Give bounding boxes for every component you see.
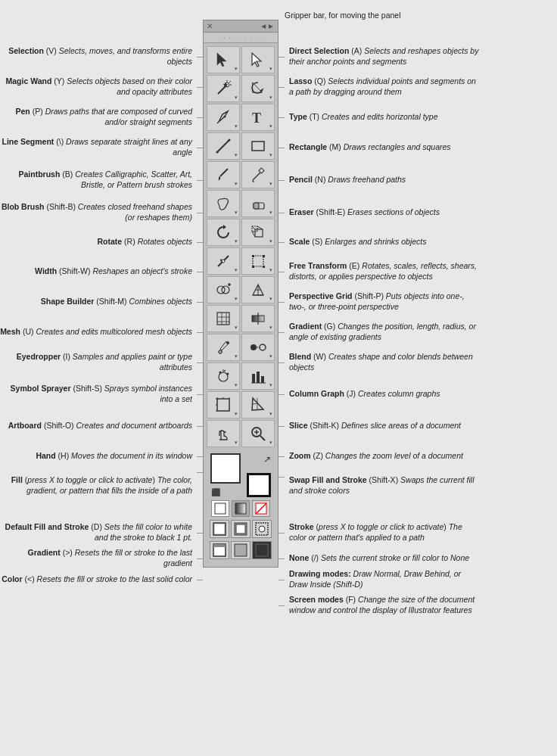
screen-modes-row [210,540,272,561]
swap-fill-stroke-icon[interactable]: ↗ [263,454,271,465]
fill-indicator[interactable] [210,453,241,484]
artboard-tool[interactable]: ▾ [207,391,240,418]
label-free-transform: Free Transform (E) Rotates, scales, refl… [278,257,481,286]
width-tool[interactable]: ▾ [207,247,240,275]
tool-arrow: ▾ [269,123,272,129]
solid-color-btn[interactable] [211,500,229,517]
tool-arrow: ▾ [235,123,238,129]
label-screen-modes: Screen modes (F) Change the size of the … [285,595,481,615]
default-fill-stroke-icon[interactable]: ⬛ [211,488,220,496]
tool-arrow: ▾ [269,440,272,446]
tool-grid: ▾ ▾ [204,43,278,450]
label-shape-builder: Shape Builder (Shift-M) Combines objects [0,288,203,316]
slice-tool[interactable]: ▾ [241,391,275,418]
svg-point-51 [226,341,229,344]
lasso-tool[interactable]: ▾ [241,75,275,102]
label-paintbrush: Paintbrush (B) Creates Calligraphic, Sca… [0,163,203,197]
perspective-grid-tool[interactable]: ▾ [241,276,275,303]
zoom-tool[interactable]: ▾ [241,420,275,447]
svg-marker-8 [253,82,263,93]
svg-point-35 [217,286,225,294]
stroke-indicator[interactable] [247,473,271,497]
double-arrow-icon[interactable]: ◄► [260,22,275,30]
magic-wand-tool[interactable]: ▾ [207,75,240,102]
screen-mode-normal-btn[interactable] [210,541,229,559]
drawing-modes-row [210,518,272,540]
left-labels-col: Selection (V) Selects, moves, and transf… [0,20,203,621]
draw-behind-btn[interactable] [231,520,250,538]
label-none: None (/) Sets the current stroke or fill… [285,553,481,564]
svg-rect-78 [215,503,226,514]
draw-inside-btn[interactable] [252,520,272,538]
paintbrush-tool[interactable]: ▾ [207,161,240,188]
hand-tool[interactable]: ▾ [207,420,240,447]
svg-text:T: T [252,110,261,126]
label-drawing-modes: Drawing modes: Draw Normal, Draw Behind,… [285,569,481,590]
label-color-btn: Color (<) Resets the fill or stroke to t… [0,574,197,585]
svg-line-10 [217,122,219,123]
svg-point-13 [216,151,219,154]
gripper-callout: Gripper bar, for moving the panel [278,8,481,20]
label-eraser: Eraser (Shift-E) Erases sections of obje… [278,198,481,227]
gripper-dots: · · · · · · · · · [218,34,263,42]
type-tool[interactable]: T ▾ [241,104,275,131]
direct-selection-tool[interactable]: ▾ [241,46,275,73]
free-transform-tool[interactable]: ▾ [241,247,275,275]
label-selection: Selection (V) Selects, moves, and transf… [0,42,203,71]
svg-rect-23 [255,229,263,237]
draw-normal-btn[interactable] [210,520,229,538]
svg-line-27 [252,232,255,237]
tool-arrow: ▾ [235,411,238,417]
rectangle-tool[interactable]: ▾ [241,132,275,160]
gripper-bar[interactable]: · · · · · · · · · [204,33,278,43]
svg-rect-90 [235,544,247,556]
eyedropper-tool[interactable]: ▾ [207,334,240,361]
shape-builder-tool[interactable]: ▾ [207,276,240,303]
label-line-segment: Line Segment (\) Draws separate straight… [0,133,203,162]
page-wrapper: Gripper bar, for moving the panel Select… [0,0,557,628]
label-eyedropper: Eyedropper (I) Samples and applies paint… [0,348,203,377]
screen-mode-full-btn[interactable] [231,541,250,559]
label-symbol-sprayer: Symbol Sprayer (Shift-S) Sprays symbol i… [0,378,203,410]
blend-tool[interactable]: ▾ [241,334,275,361]
label-swap-fill-stroke: Swap Fill and Stroke (Shift-X) Swaps the… [285,472,481,496]
label-fill: Fill (press X to toggle or click to acti… [0,472,197,496]
tool-arrow: ▾ [235,267,238,273]
svg-line-7 [229,81,231,82]
svg-line-2 [218,86,226,94]
svg-rect-32 [263,255,265,257]
label-rectangle: Rectangle (M) Draws rectangles and squar… [278,133,481,162]
column-graph-tool[interactable]: ▾ [241,362,275,390]
none-color-btn[interactable] [252,500,270,517]
line-segment-tool[interactable]: ▾ [207,132,240,160]
label-type: Type (T) Creates and edits horizontal ty… [278,103,481,132]
label-stroke: Stroke (press X to toggle or click to ac… [285,522,481,543]
eraser-tool[interactable]: ▾ [241,190,275,217]
label-pen: Pen (P) Draws paths that are composed of… [0,103,203,132]
label-blend: Blend (W) Creates shape and color blends… [278,348,481,377]
label-pencil: Pencil (N) Draws freehand paths [278,163,481,197]
rotate-tool[interactable]: ▾ [207,219,240,246]
close-icon[interactable]: ✕ [207,22,213,30]
svg-line-26 [257,226,263,229]
fill-stroke-section: ↗ ⬛ [204,450,278,562]
tool-arrow: ▾ [269,325,272,331]
svg-point-53 [260,344,266,350]
selection-tool[interactable]: ▾ [207,46,240,73]
symbol-sprayer-tool[interactable]: ▾ [207,362,240,390]
scale-tool[interactable]: ▾ [241,219,275,246]
screen-mode-fullblack-btn[interactable] [252,541,272,559]
tool-arrow: ▾ [269,210,272,216]
tool-arrow: ▾ [269,95,272,101]
svg-rect-85 [236,524,245,534]
pen-tool[interactable]: ▾ [207,104,240,131]
mesh-tool[interactable]: ▾ [207,305,240,332]
main-layout: Selection (V) Selects, moves, and transf… [0,20,557,621]
tool-arrow: ▾ [235,296,238,302]
pencil-tool[interactable]: ▾ [241,161,275,188]
tool-arrow: ▾ [235,152,238,158]
blob-brush-tool[interactable]: ▾ [207,190,240,217]
gradient-tool[interactable]: ▾ [241,305,275,332]
svg-point-52 [250,344,257,350]
gradient-color-btn[interactable] [232,500,250,517]
